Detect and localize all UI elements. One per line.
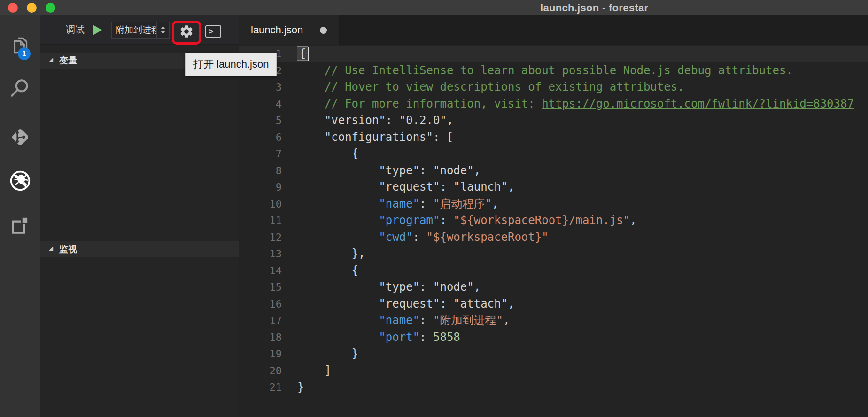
gear-icon bbox=[179, 24, 194, 40]
code-line-text: // Use IntelliSense to learn about possi… bbox=[297, 62, 793, 79]
code-line[interactable]: 8 "type": "node", bbox=[239, 162, 868, 179]
activity-bar-item-source-control[interactable] bbox=[0, 124, 40, 152]
activity-bar-item-search[interactable] bbox=[0, 76, 40, 103]
start-debugging-button[interactable] bbox=[93, 25, 102, 35]
unsaved-changes-dot-icon[interactable] bbox=[320, 27, 327, 34]
vscode-window: launch.json - forestar 1 调试 附加到进程 > 变量 bbox=[0, 0, 868, 417]
code-line-text: "cwd": "${workspaceRoot}" bbox=[297, 229, 549, 246]
code-token: "${workspaceRoot}" bbox=[426, 231, 549, 244]
code-token: : bbox=[419, 314, 433, 327]
code-line-text: "port": 5858 bbox=[297, 329, 460, 346]
code-line-text: } bbox=[297, 346, 358, 363]
code-line-text: // For more information, visit: https://… bbox=[297, 96, 854, 113]
search-icon bbox=[9, 77, 31, 101]
code-line[interactable]: 21} bbox=[239, 379, 868, 396]
maximize-window-button[interactable] bbox=[46, 3, 55, 13]
tooltip-open-launch-json: 打开 launch.json bbox=[185, 53, 277, 76]
debug-config-selected-label: 附加到进程 bbox=[112, 24, 156, 36]
line-number: 18 bbox=[239, 329, 282, 346]
code-token: "${workspaceRoot}/main.js" bbox=[453, 214, 630, 227]
code-token: "configurations": [ bbox=[297, 131, 453, 144]
code-line[interactable]: 5 "version": "0.2.0", bbox=[239, 112, 868, 129]
code-line[interactable]: 1{ bbox=[239, 46, 868, 62]
code-token: } bbox=[297, 347, 358, 360]
code-token: { bbox=[297, 147, 358, 160]
line-number: 8 bbox=[239, 162, 282, 179]
code-token: 5858 bbox=[433, 331, 460, 344]
tab-launch-json[interactable]: launch.json bbox=[239, 15, 340, 45]
code-line-text: "request": "launch", bbox=[297, 179, 514, 196]
debug-config-dropdown[interactable]: 附加到进程 bbox=[111, 22, 170, 39]
code-token: : bbox=[419, 197, 433, 210]
git-icon bbox=[9, 126, 31, 150]
expanded-twistie-icon bbox=[47, 55, 54, 66]
line-number: 14 bbox=[239, 263, 282, 279]
line-number: 6 bbox=[239, 129, 282, 146]
debug-panel-title: 调试 bbox=[66, 23, 85, 36]
debug-toolbar: 调试 附加到进程 > bbox=[40, 15, 239, 45]
close-window-button[interactable] bbox=[8, 3, 18, 13]
code-line[interactable]: 6 "configurations": [ bbox=[239, 129, 868, 146]
code-line-text: "name": "启动程序", bbox=[297, 196, 498, 213]
code-token: { bbox=[297, 264, 358, 277]
minimize-window-button[interactable] bbox=[27, 3, 37, 13]
code-line[interactable]: 12 "cwd": "${workspaceRoot}" bbox=[239, 229, 868, 246]
code-line[interactable]: 20 ] bbox=[239, 363, 868, 379]
code-line-text: "type": "node", bbox=[297, 279, 480, 296]
code-token: // Hover to view descriptions of existin… bbox=[297, 80, 684, 93]
code-line[interactable]: 9 "request": "launch", bbox=[239, 179, 868, 196]
code-token bbox=[297, 331, 379, 344]
explorer-badge: 1 bbox=[18, 47, 31, 60]
code-token: "version": "0.2.0", bbox=[297, 114, 453, 127]
window-title: launch.json - forestar bbox=[540, 2, 648, 14]
code-link[interactable]: https://go.microsoft.com/fwlink/?linkid=… bbox=[542, 97, 854, 110]
open-debug-console-button[interactable]: > bbox=[205, 25, 221, 38]
configure-launch-gear-button[interactable] bbox=[177, 23, 196, 41]
code-token: , bbox=[630, 214, 636, 227]
code-line[interactable]: 15 "type": "node", bbox=[239, 279, 868, 296]
watch-section-header[interactable]: 监视 bbox=[40, 241, 239, 257]
code-line[interactable]: 18 "port": 5858 bbox=[239, 329, 868, 346]
code-line[interactable]: 10 "name": "启动程序", bbox=[239, 196, 868, 213]
code-line-text: "request": "attach", bbox=[297, 296, 514, 313]
code-line-text: "type": "node", bbox=[297, 162, 480, 179]
line-number: 19 bbox=[239, 346, 282, 363]
code-line-text: // Hover to view descriptions of existin… bbox=[297, 79, 684, 96]
code-line[interactable]: 11 "program": "${workspaceRoot}/main.js"… bbox=[239, 212, 868, 229]
code-token: "request": "launch", bbox=[297, 180, 514, 193]
expanded-twistie-icon bbox=[47, 244, 54, 255]
code-line-text: "name": "附加到进程", bbox=[297, 312, 510, 329]
activity-bar-item-debug[interactable] bbox=[0, 168, 40, 195]
line-number: 12 bbox=[239, 229, 282, 246]
code-token: "type": "node", bbox=[297, 280, 480, 293]
code-line-text: { bbox=[297, 263, 358, 279]
code-token: "port" bbox=[379, 331, 419, 344]
code-line[interactable]: 3 // Hover to view descriptions of exist… bbox=[239, 79, 868, 96]
traffic-lights bbox=[8, 3, 55, 13]
line-number: 5 bbox=[239, 112, 282, 129]
code-line-text: } bbox=[297, 379, 304, 396]
code-token: "program" bbox=[379, 214, 440, 227]
code-editor[interactable]: 1{2 // Use IntelliSense to learn about p… bbox=[239, 45, 868, 417]
code-token: : bbox=[413, 231, 426, 244]
code-token: } bbox=[297, 380, 304, 394]
tab-bar: launch.json bbox=[239, 15, 868, 45]
code-token bbox=[297, 231, 379, 244]
code-line-text: }, bbox=[297, 246, 365, 263]
activity-bar-item-extensions[interactable] bbox=[0, 213, 40, 240]
code-line-text: "configurations": [ bbox=[297, 129, 453, 146]
line-number: 17 bbox=[239, 312, 282, 329]
code-line-text: ] bbox=[297, 363, 331, 379]
code-line[interactable]: 7 { bbox=[239, 146, 868, 162]
code-line[interactable]: 19 } bbox=[239, 346, 868, 363]
code-line[interactable]: 14 { bbox=[239, 263, 868, 279]
code-token: { bbox=[297, 47, 308, 60]
code-line[interactable]: 16 "request": "attach", bbox=[239, 296, 868, 313]
code-line[interactable]: 4 // For more information, visit: https:… bbox=[239, 96, 868, 113]
code-line[interactable]: 2 // Use IntelliSense to learn about pos… bbox=[239, 62, 868, 79]
line-number: 4 bbox=[239, 96, 282, 113]
code-line[interactable]: 13 }, bbox=[239, 246, 868, 263]
code-line-text: { bbox=[297, 146, 358, 162]
watch-section-label: 监视 bbox=[59, 243, 77, 255]
code-line[interactable]: 17 "name": "附加到进程", bbox=[239, 312, 868, 329]
